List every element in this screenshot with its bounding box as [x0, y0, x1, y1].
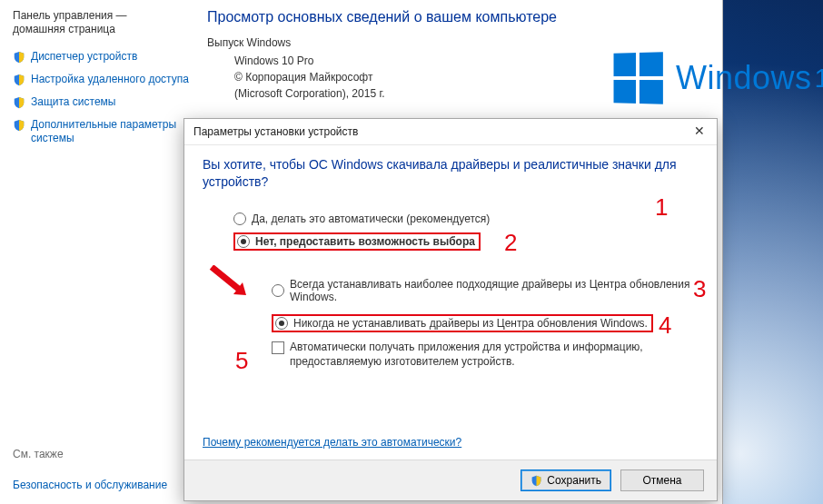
shield-icon: [13, 96, 25, 109]
radio-never-install[interactable]: Никогда не устанавливать драйверы из Цен…: [272, 314, 653, 332]
annotation-2: 2: [504, 229, 517, 257]
shield-icon: [13, 119, 25, 132]
see-also-link-security[interactable]: Безопасность и обслуживание: [13, 479, 167, 493]
annotation-1: 1: [655, 193, 668, 222]
dialog-title: Параметры установки устройств: [193, 125, 358, 138]
annotation-arrow-icon: [208, 265, 248, 298]
edition-section-label: Выпуск Windows: [198, 29, 722, 53]
sidebar-item-device-manager[interactable]: Диспетчер устройств: [0, 45, 198, 68]
dialog-titlebar[interactable]: Параметры установки устройств ✕: [184, 119, 717, 145]
save-button[interactable]: Сохранить: [521, 469, 611, 491]
device-installation-settings-dialog: Параметры установки устройств ✕ Вы хотит…: [183, 118, 718, 501]
sidebar-item-label: Защита системы: [31, 95, 115, 109]
radio-icon: [233, 212, 246, 225]
cp-home-link[interactable]: Панель управления — домашняя страница: [0, 4, 198, 45]
annotation-4: 4: [659, 311, 671, 340]
sidebar-item-label: Диспетчер устройств: [31, 50, 137, 64]
cp-content: Просмотр основных сведений о вашем компь…: [198, 0, 722, 102]
windows-flag-icon: [614, 52, 663, 104]
radio-manual[interactable]: Нет, предоставить возможность выбора: [233, 232, 481, 251]
why-recommended-link[interactable]: Почему рекомендуется делать это автомати…: [203, 436, 461, 449]
radio-auto[interactable]: Да, делать это автоматически (рекомендуе…: [233, 209, 490, 229]
shield-icon: [13, 51, 25, 64]
sidebar-item-advanced[interactable]: Дополнительные параметры системы: [0, 114, 198, 150]
radio-icon: [272, 284, 284, 297]
checkbox-icon: [272, 341, 284, 354]
checkbox-device-metadata[interactable]: Автоматически получать приложения для ус…: [272, 332, 699, 369]
save-button-label: Сохранить: [547, 474, 601, 487]
radio-manual-label: Нет, предоставить возможность выбора: [255, 235, 475, 248]
sidebar-item-remote[interactable]: Настройка удаленного доступа: [0, 68, 198, 91]
cp-heading: Просмотр основных сведений о вашем компь…: [198, 0, 722, 29]
radio-always-install[interactable]: Всегда устанавливать наиболее подходящие…: [272, 274, 702, 307]
sidebar-item-system-protection[interactable]: Защита системы: [0, 91, 198, 114]
cancel-button[interactable]: Отмена: [620, 469, 704, 491]
see-also-label: См. также: [13, 448, 64, 460]
cancel-button-label: Отмена: [642, 474, 681, 487]
cp-sidebar: Панель управления — домашняя страница Ди…: [0, 0, 198, 504]
dialog-button-bar: Сохранить Отмена: [184, 460, 717, 500]
windows10-logo: Windows10: [612, 53, 823, 104]
cp-home-line2: домашняя страница: [13, 23, 115, 35]
sidebar-item-label: Дополнительные параметры системы: [31, 118, 191, 145]
radio-icon: [237, 235, 250, 248]
shield-icon: [13, 74, 25, 86]
windows-wordmark: Windows10: [676, 59, 823, 97]
radio-auto-label: Да, делать это автоматически (рекомендуе…: [252, 212, 490, 225]
dialog-body: Вы хотите, чтобы ОС Windows скачивала др…: [184, 145, 717, 460]
cp-home-line1: Панель управления —: [13, 9, 127, 22]
close-button[interactable]: ✕: [684, 121, 715, 141]
radio-never-label: Никогда не устанавливать драйверы из Цен…: [293, 317, 648, 330]
radio-always-label: Всегда устанавливать наиболее подходящие…: [290, 278, 702, 303]
close-icon: ✕: [694, 124, 705, 138]
dialog-question: Вы хотите, чтобы ОС Windows скачивала др…: [203, 154, 702, 203]
sidebar-item-label: Настройка удаленного доступа: [31, 73, 189, 86]
annotation-3: 3: [693, 275, 706, 303]
shield-icon: [530, 475, 542, 487]
annotation-5: 5: [235, 347, 248, 375]
checkbox-metadata-label: Автоматически получать приложения для ус…: [290, 340, 699, 369]
radio-icon: [275, 317, 288, 330]
